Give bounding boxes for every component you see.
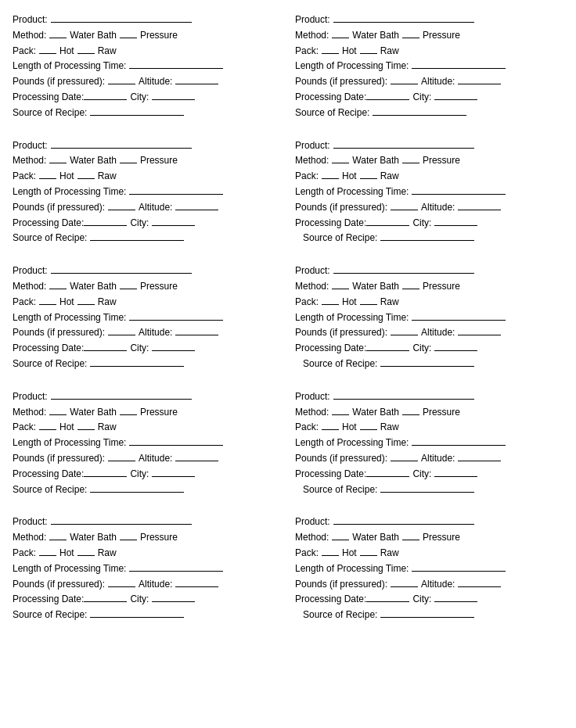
date-line: Processing Date: City: — [13, 90, 281, 106]
card-9: Product: Method: Water Bath Pressure Pac… — [9, 510, 284, 631]
card-3: Product: Method: Water Bath Pressure Pac… — [9, 134, 284, 255]
altitude-field — [175, 84, 218, 84]
pounds-label: Pounds (if pressured): — [13, 74, 105, 90]
date-field — [84, 99, 127, 100]
pressure-label: Pressure — [140, 28, 178, 44]
pack-blank1 — [39, 53, 56, 54]
length-field — [129, 68, 223, 69]
date-label: Processing Date: — [13, 90, 84, 106]
card-10: Product: Method: Water Bath Pressure Pac… — [292, 510, 567, 631]
method-line: Method: Water Bath Pressure — [13, 28, 281, 44]
length-line: Length of Processing Time: — [13, 59, 281, 74]
card-1: Product: Method: Water Bath Pressure Pac… — [9, 8, 284, 129]
source-field — [90, 115, 184, 116]
pack-blank2 — [77, 53, 95, 54]
method-label: Method: — [13, 28, 46, 44]
product-label: Product: — [13, 13, 48, 28]
card-6: Product: Method: Water Bath Pressure Pac… — [292, 259, 567, 380]
hot-label: Hot — [59, 44, 74, 59]
city-label: City: — [130, 90, 149, 106]
card-4: Product: Method: Water Bath Pressure Pac… — [292, 134, 567, 255]
water-bath-label: Water Bath — [70, 28, 117, 44]
source-line: Source of Recipe: — [13, 106, 281, 121]
length-label: Length of Processing Time: — [13, 59, 126, 74]
source-label: Source of Recipe: — [13, 106, 87, 121]
method-blank1 — [49, 38, 67, 38]
card-8: Product: Method: Water Bath Pressure Pac… — [292, 385, 567, 506]
pack-line: Pack: Hot Raw — [13, 44, 281, 59]
card-2: Product: Method: Water Bath Pressure Pac… — [292, 8, 567, 129]
product-line: Product: — [13, 13, 281, 28]
city-field — [152, 99, 195, 100]
card-7: Product: Method: Water Bath Pressure Pac… — [9, 385, 284, 506]
raw-label: Raw — [98, 44, 117, 59]
cards-grid: Product: Method: Water Bath Pressure Pac… — [9, 8, 567, 631]
product-field — [51, 22, 192, 23]
product-line: Product: — [295, 13, 563, 28]
card-5: Product: Method: Water Bath Pressure Pac… — [9, 259, 284, 380]
method-blank2 — [120, 38, 137, 38]
pounds-field — [108, 84, 135, 84]
altitude-label: Altitude: — [139, 74, 172, 90]
pack-label: Pack: — [13, 44, 36, 59]
pounds-line: Pounds (if pressured): Altitude: — [13, 74, 281, 90]
